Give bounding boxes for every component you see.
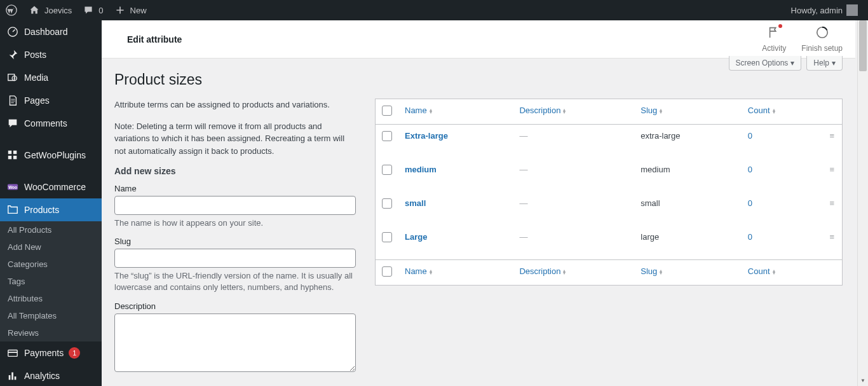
- sidebar-item-label: WooCommerce: [24, 182, 86, 192]
- finish-setup-button[interactable]: Finish setup: [801, 25, 843, 53]
- col-name-footer[interactable]: Name▴▾: [398, 260, 513, 286]
- analytics-icon: [6, 369, 19, 382]
- term-count-link[interactable]: 0: [748, 232, 752, 242]
- sidebar-item-analytics[interactable]: Analytics: [0, 364, 102, 386]
- sidebar-item-dashboard[interactable]: Dashboard: [0, 20, 102, 43]
- badge: 1: [69, 347, 80, 359]
- term-description: —: [519, 232, 527, 242]
- drag-handle-icon[interactable]: ≡: [830, 131, 835, 141]
- table-row: small—small0≡: [376, 192, 843, 226]
- row-checkbox[interactable]: [382, 165, 392, 175]
- term-name-link[interactable]: Large: [405, 232, 427, 242]
- terms-table: Name▴▾ Description▴▾ Slug▴▾ Count▴▾ Extr…: [375, 99, 843, 286]
- drag-handle-icon[interactable]: ≡: [830, 165, 835, 174]
- description-label: Description: [114, 301, 356, 311]
- payments-icon: [6, 347, 19, 359]
- svg-rect-5: [8, 156, 11, 159]
- page-scrollbar[interactable]: ▲ ▼: [857, 20, 868, 386]
- select-all-checkbox-footer[interactable]: [382, 266, 392, 277]
- sort-icon: ▴▾: [563, 109, 566, 114]
- intro-text: Attribute terms can be assigned to produ…: [114, 99, 356, 111]
- sidebar-sub-tags[interactable]: Tags: [0, 273, 102, 290]
- blocks-icon: [6, 149, 19, 162]
- woo-icon: Woo: [6, 181, 19, 193]
- row-checkbox[interactable]: [382, 198, 392, 209]
- sort-icon: ▴▾: [773, 109, 775, 114]
- sort-icon: ▴▾: [660, 109, 662, 114]
- content-area: Edit attribute Activity Finish setup Scr…: [102, 20, 855, 386]
- sort-icon: ▴▾: [563, 270, 566, 275]
- term-count-link[interactable]: 0: [748, 131, 752, 141]
- term-name-link[interactable]: Extra-large: [405, 131, 448, 141]
- admin-topbar: Joevics 0 New Howdy, admin: [0, 0, 868, 20]
- row-checkbox[interactable]: [382, 232, 392, 242]
- sidebar-sub-all-products[interactable]: All Products: [0, 221, 102, 238]
- progress-icon: [815, 25, 829, 41]
- slug-help: The “slug” is the URL-friendly version o…: [114, 270, 356, 293]
- name-input[interactable]: [114, 196, 356, 215]
- pages-icon: [6, 94, 19, 107]
- sidebar-item-payments[interactable]: Payments 1: [0, 341, 102, 364]
- sort-icon: ▴▾: [430, 270, 432, 275]
- term-name-link[interactable]: small: [405, 198, 426, 208]
- col-slug[interactable]: Slug▴▾: [634, 99, 742, 125]
- caret-down-icon: ▾: [790, 59, 794, 67]
- site-link[interactable]: Joevics: [23, 0, 77, 20]
- howdy-text: Howdy, admin: [791, 6, 843, 15]
- sidebar-item-posts[interactable]: Posts: [0, 43, 102, 66]
- col-count[interactable]: Count▴▾: [742, 99, 824, 125]
- sidebar-sub-all-templates[interactable]: All Templates: [0, 307, 102, 324]
- term-description: —: [519, 165, 527, 174]
- sidebar-item-getwooplugins[interactable]: GetWooPlugins: [0, 144, 102, 167]
- col-slug-footer[interactable]: Slug▴▾: [634, 260, 742, 286]
- sidebar-sub-reviews[interactable]: Reviews: [0, 324, 102, 341]
- sidebar-item-comments[interactable]: Comments: [0, 112, 102, 135]
- table-row: medium—medium0≡: [376, 158, 843, 192]
- term-count-link[interactable]: 0: [748, 165, 752, 174]
- sort-icon: ▴▾: [660, 270, 662, 275]
- sidebar-item-woocommerce[interactable]: WooWooCommerce: [0, 176, 102, 198]
- row-checkbox[interactable]: [382, 131, 392, 141]
- sort-icon: ▴▾: [773, 270, 775, 275]
- sidebar-item-label: Analytics: [24, 371, 60, 381]
- new-label: New: [130, 6, 147, 15]
- screen-options-button[interactable]: Screen Options ▾: [729, 56, 802, 71]
- sidebar-sub-attributes[interactable]: Attributes: [0, 290, 102, 307]
- scroll-down-icon: ▼: [858, 375, 868, 386]
- svg-rect-4: [13, 151, 17, 154]
- name-label: Name: [114, 184, 356, 193]
- comments-link[interactable]: 0: [77, 0, 108, 20]
- term-description: —: [519, 131, 527, 141]
- col-count-footer[interactable]: Count▴▾: [742, 260, 824, 286]
- term-name-link[interactable]: medium: [405, 165, 437, 174]
- slug-input[interactable]: [114, 249, 356, 268]
- term-slug: large: [634, 226, 742, 260]
- term-count-link[interactable]: 0: [748, 198, 752, 208]
- header-title: Edit attribute: [127, 34, 182, 45]
- drag-handle-icon[interactable]: ≡: [830, 198, 835, 208]
- drag-handle-icon[interactable]: ≡: [830, 232, 835, 242]
- sidebar-item-label: Comments: [24, 118, 67, 128]
- sidebar-sub-categories[interactable]: Categories: [0, 256, 102, 273]
- sidebar-item-pages[interactable]: Pages: [0, 89, 102, 112]
- sidebar-sub-add-new[interactable]: Add New: [0, 238, 102, 256]
- new-link[interactable]: New: [109, 0, 152, 20]
- scroll-thumb[interactable]: [859, 20, 867, 71]
- sidebar-item-media[interactable]: Media: [0, 66, 102, 89]
- help-button[interactable]: Help ▾: [806, 56, 843, 71]
- note-text: Note: Deleting a term will remove it fro…: [114, 120, 356, 158]
- col-description[interactable]: Description▴▾: [513, 99, 634, 125]
- term-slug: small: [634, 192, 742, 226]
- wp-logo[interactable]: [0, 0, 23, 20]
- col-description-footer[interactable]: Description▴▾: [513, 260, 634, 286]
- activity-button[interactable]: Activity: [762, 25, 786, 53]
- table-row: Large—large0≡: [376, 226, 843, 260]
- slug-label: Slug: [114, 237, 356, 246]
- col-name[interactable]: Name▴▾: [398, 99, 513, 125]
- sidebar-item-products[interactable]: Products: [0, 198, 102, 221]
- select-all-checkbox[interactable]: [382, 106, 392, 116]
- description-input[interactable]: [114, 314, 356, 372]
- howdy-link[interactable]: Howdy, admin: [786, 0, 863, 20]
- avatar: [846, 4, 858, 16]
- plus-icon: [114, 4, 126, 17]
